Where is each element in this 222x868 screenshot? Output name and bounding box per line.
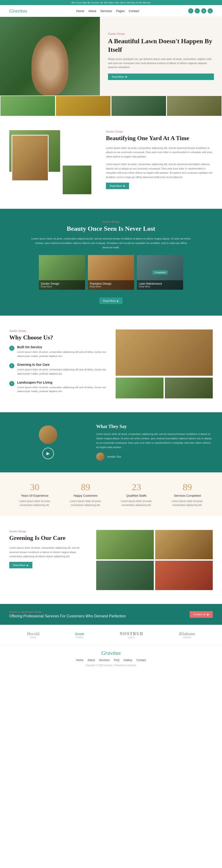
arrow-icon: ▶ xyxy=(117,300,119,302)
footer-nav: Home About Services FAQ Gallery Contact xyxy=(9,658,213,662)
beautify-title: Beautifying One Yard At A Time xyxy=(106,134,213,142)
cta-main-text: Offering Professional Services For Custo… xyxy=(9,614,126,618)
beauty-read-more-button[interactable]: Read More ▶ xyxy=(99,298,123,304)
stat-3: 23 Qualified Staffs Lorem ipsum dolor si… xyxy=(116,482,157,507)
hero-section: Garden Design A Beautiful Lawn Doesn't H… xyxy=(0,17,222,95)
partner-1: Hocold Studio xyxy=(27,631,39,639)
cta-banner: Garden & Landscape Design Offering Profe… xyxy=(0,604,222,625)
stat-2-label: Happy Customers xyxy=(65,494,106,497)
cta-tag: Garden & Landscape Design xyxy=(9,611,126,613)
footer-nav-faq[interactable]: FAQ xyxy=(114,658,119,662)
gallery-title-1: Garden Design xyxy=(41,282,83,285)
beautify-sub-image xyxy=(62,165,92,195)
partner-1-sub: Studio xyxy=(27,636,39,639)
cta-text-block: Garden & Landscape Design Offering Profe… xyxy=(9,611,126,618)
stat-4-label: Services Completed xyxy=(166,494,208,497)
linkedin-icon[interactable]: in xyxy=(201,8,206,13)
why-item-2-content: Greening Is Our Care Lorem ipsum dolor s… xyxy=(17,363,106,376)
footer-nav-contact[interactable]: Contact xyxy=(136,658,146,662)
gallery-title-2: Plantation Design xyxy=(90,282,132,285)
footer-nav-about[interactable]: About xyxy=(88,658,95,662)
hero-person-image xyxy=(31,35,68,95)
hero-thumb-2 xyxy=(56,96,110,116)
beautify-images xyxy=(9,130,97,195)
beauty-tag: Garden Design xyxy=(9,220,213,223)
partner-2: iteam Creative xyxy=(75,631,84,639)
completed-badge: Completed xyxy=(152,270,168,275)
hero-thumb-1 xyxy=(0,96,55,116)
gallery-sub-3: Read More xyxy=(139,285,181,288)
author-name: Jennifer Doe xyxy=(107,455,121,459)
why-item-2-text: Lorem ipsum dolor sit amet, consectetur … xyxy=(17,368,106,376)
why-item-2: ✓ Greening Is Our Care Lorem ipsum dolor… xyxy=(9,363,106,376)
partner-4-logo: Rilakuma xyxy=(179,631,195,636)
nav-home[interactable]: Home xyxy=(76,9,84,13)
nav-services[interactable]: Services xyxy=(100,9,112,13)
logo: Gravitas xyxy=(9,8,27,14)
footer-nav-gallery[interactable]: Gallery xyxy=(124,658,132,662)
stat-1-label: Years Of Experience xyxy=(14,494,56,497)
stat-4: 89 Services Completed Lorem ipsum dolor … xyxy=(166,482,208,507)
why-item-2-title: Greening Is Our Care xyxy=(17,363,106,367)
gallery-card-2: Plantation Design Read More xyxy=(88,255,134,290)
gallery-overlay-2: Plantation Design Read More xyxy=(88,280,134,290)
why-sub-image-1 xyxy=(116,378,163,398)
why-images xyxy=(116,330,213,398)
footer: Gravitas Home About Services FAQ Gallery… xyxy=(0,645,222,671)
greening-image-4 xyxy=(155,561,213,590)
testimonial-right: What They Say Lorem ipsum dolor sit amet… xyxy=(96,424,213,461)
greening-grid xyxy=(96,530,213,590)
check-icon-3: ✓ xyxy=(9,381,14,386)
facebook-icon[interactable]: f xyxy=(188,8,193,13)
check-icon-1: ✓ xyxy=(9,346,14,351)
hero-read-more-button[interactable]: Read More ▶ xyxy=(108,73,214,80)
cta-contact-button[interactable]: Contact Us ▶ xyxy=(190,611,213,618)
stat-2-number: 89 xyxy=(65,482,106,493)
nav-about[interactable]: About xyxy=(88,9,96,13)
nav-pages[interactable]: Pages xyxy=(116,9,125,13)
footer-nav-services[interactable]: Services xyxy=(99,658,109,662)
hero-content: Garden Design A Beautiful Lawn Doesn't H… xyxy=(100,17,222,95)
beautify-tag: Garden Design xyxy=(106,130,213,133)
partner-3-logo: NOSTRUD xyxy=(120,631,144,636)
testimonial-section: ▶ What They Say Lorem ipsum dolor sit am… xyxy=(0,412,222,472)
beauty-section: Garden Design Beauty Once Seen Is Never … xyxy=(0,209,222,316)
google-icon[interactable]: g xyxy=(208,8,213,13)
testimonial-title: What They Say xyxy=(96,424,213,429)
why-main-image xyxy=(116,330,213,376)
play-button[interactable]: ▶ xyxy=(42,447,54,459)
why-tag: Garden Design xyxy=(9,330,106,332)
greening-read-more-button[interactable]: Read More ▶ xyxy=(9,562,32,568)
nav-contact[interactable]: Contact xyxy=(129,9,139,13)
beautify-section: Garden Design Beautifying One Yard At A … xyxy=(0,116,222,209)
beautify-text-2: Lorem ipsum dolor sit amet, consectetur … xyxy=(106,162,213,179)
stat-2: 89 Happy Customers Lorem ipsum dolor sit… xyxy=(65,482,106,507)
partner-3-sub: Agency xyxy=(120,636,144,639)
check-icon-2: ✓ xyxy=(9,363,14,368)
testimonial-text: Lorem ipsum dolor sit amet, consectetur … xyxy=(96,432,213,449)
hero-thumb-4 xyxy=(167,96,222,116)
why-sub-image-2 xyxy=(165,378,213,398)
greening-text: Lorem ipsum dolor sit amet, consectetur … xyxy=(9,546,87,559)
why-item-3-title: Landscapes For Living xyxy=(17,380,106,384)
beautify-content: Garden Design Beautifying One Yard At A … xyxy=(106,130,213,189)
greening-content: Garden Design Greening Is Our Care Lorem… xyxy=(9,530,87,568)
greening-image-1 xyxy=(96,530,154,559)
twitter-icon[interactable]: t xyxy=(195,8,200,13)
gallery-sub-2: Read More xyxy=(90,285,132,288)
partner-4: Rilakuma Solutions xyxy=(179,631,195,639)
testimonial-left: ▶ xyxy=(9,426,87,459)
top-banner: The Grass May Be Greener On The Other Si… xyxy=(0,0,222,5)
hero-thumbnails xyxy=(0,95,222,116)
footer-copyright: Copyright © 2024 Gravitas | Powered by G… xyxy=(9,664,213,666)
author-avatar xyxy=(96,453,104,461)
footer-nav-home[interactable]: Home xyxy=(76,658,84,662)
greening-section: Garden Design Greening Is Our Care Lorem… xyxy=(0,516,222,604)
why-sub-images xyxy=(116,378,213,398)
arrow-icon: ▶ xyxy=(27,564,29,566)
beautify-text-1: Lorem ipsum dolor sit amet, consectetur … xyxy=(106,146,213,159)
gallery-overlay-1: Garden Design Read More xyxy=(39,280,85,290)
beautify-read-more-button[interactable]: Read More ▶ xyxy=(106,183,129,189)
partners-section: Hocold Studio iteam Creative NOSTRUD Age… xyxy=(0,625,222,645)
stat-1-text: Lorem ipsum dolor sit amet, consectetur … xyxy=(14,499,56,507)
